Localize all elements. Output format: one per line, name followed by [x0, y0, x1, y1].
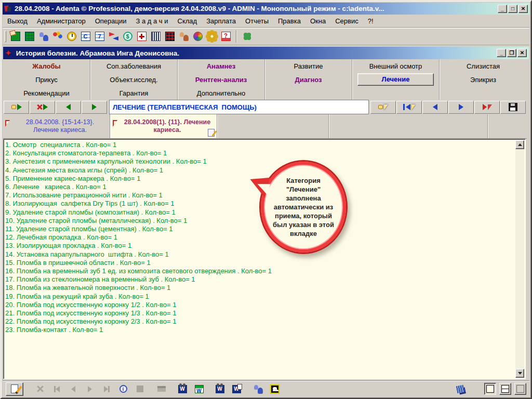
treatment-line: 22. Пломба под искусственную коронку 2/3… — [5, 317, 514, 326]
cash-window-icon[interactable] — [163, 30, 177, 44]
save-button[interactable] — [500, 101, 526, 114]
tab-slizistaya[interactable]: Слизистая — [440, 59, 527, 73]
patients-blue-icon[interactable] — [251, 382, 265, 396]
minimize-button[interactable]: _ — [498, 5, 507, 13]
treatment-content-area[interactable]: 1. Осмотр специалиста . Кол-во= 12. Конс… — [3, 139, 526, 379]
delete-record-button[interactable] — [30, 101, 55, 114]
tooth-icon[interactable] — [268, 382, 282, 396]
flag-icon — [113, 120, 118, 127]
toolbar-grip — [5, 31, 6, 42]
find-word-template-icon[interactable] — [212, 382, 227, 396]
select-visit-button[interactable] — [370, 101, 396, 114]
tab-empty — [440, 86, 527, 100]
menu-item[interactable]: Отчеты — [241, 16, 273, 26]
calendar-c-icon[interactable] — [78, 30, 92, 44]
tab-vneshniy-osmotr[interactable]: Внешний осмотр — [352, 59, 440, 73]
visit-tab-2-active[interactable]: 28.04.2008(1). {11}. Лечение кариеса. — [110, 114, 217, 138]
select-record-button[interactable] — [4, 101, 29, 114]
next-visit-button[interactable] — [448, 101, 474, 114]
menu-item[interactable]: Сервис — [330, 16, 363, 26]
word-page-icon[interactable] — [229, 382, 244, 396]
edit-record-icon[interactable] — [6, 382, 23, 396]
visit-tab-1[interactable]: 28.04.2008. {15-14-13}. Лечение кариеса. — [3, 114, 110, 138]
schedule-icon[interactable] — [22, 30, 36, 44]
holidays-icon[interactable] — [50, 30, 64, 44]
tab-obekt-issled[interactable]: Объект.исслед. — [90, 73, 178, 86]
tab-diagnoz[interactable]: Диагноз — [265, 73, 352, 86]
view-single-button[interactable] — [484, 383, 496, 395]
first-visit-button[interactable] — [396, 101, 422, 114]
scroll-down-button[interactable] — [515, 369, 524, 378]
help-mail-icon[interactable] — [219, 30, 233, 44]
patient-card-icon[interactable] — [8, 30, 22, 44]
tab-garantiya[interactable]: Гарантия — [90, 86, 178, 100]
lucky-clover-icon[interactable] — [240, 30, 254, 44]
child-minimize-button[interactable]: _ — [497, 49, 506, 57]
prev-record-green-button[interactable] — [56, 101, 81, 114]
menu-item[interactable]: Склад — [173, 16, 202, 26]
app-icon — [4, 5, 12, 13]
menu-item[interactable]: Окна — [305, 16, 330, 26]
palette-icon[interactable] — [191, 30, 205, 44]
scroll-up-button[interactable] — [515, 140, 524, 149]
staff-icon[interactable] — [177, 30, 191, 44]
record-nav-row: ЛЕЧЕНИЕ (ТЕРАПЕВТИЧЕСКАЯ ПОМОЩЬ) — [3, 100, 527, 114]
tab-rentgen-analiz[interactable]: Рентген-анализ — [178, 73, 265, 86]
word-export-icon[interactable] — [192, 382, 206, 396]
tab-lechenie-selected[interactable]: Лечение — [352, 73, 440, 86]
tab-prikus[interactable]: Прикус — [3, 73, 90, 86]
menu-item[interactable]: Правка — [273, 16, 305, 26]
child-restore-button[interactable]: ❐ — [507, 49, 516, 57]
treatment-line: 21. Пломба под искусственную коронку 1/3… — [5, 309, 514, 317]
prev-visit-button[interactable] — [422, 101, 448, 114]
find-word-icon[interactable] — [175, 382, 190, 396]
menu-item[interactable]: ?! — [363, 16, 378, 26]
menu-item[interactable]: З а д а ч и — [131, 16, 173, 26]
info-icon[interactable] — [116, 382, 130, 396]
treatment-line: 11. Удаление старой пломбы (цементная) .… — [5, 225, 514, 233]
next-record-green-button[interactable] — [82, 101, 107, 114]
menu-item[interactable]: Выход — [3, 16, 32, 26]
calendar-7-icon[interactable] — [92, 30, 107, 44]
menu-item[interactable]: Операции — [90, 16, 131, 26]
flag-icon — [5, 120, 10, 127]
patient-window-icon: ✦ — [5, 49, 11, 57]
patient-window-titlebar: ✦ История болезни. Абрамова Инга Деонисо… — [3, 47, 529, 59]
child-close-button[interactable]: ✕ — [517, 49, 527, 57]
payments-icon[interactable] — [121, 30, 135, 44]
app-titlebar: 28.04.2008 - Adenta © Professional, демо… — [3, 3, 529, 15]
patients-icon[interactable] — [36, 30, 50, 44]
view-split-button[interactable] — [499, 383, 511, 395]
vertical-scrollbar[interactable] — [515, 140, 524, 378]
tab-empty — [352, 86, 440, 100]
menu-item[interactable]: Администратор — [32, 16, 90, 26]
maximize-button[interactable]: □ — [508, 5, 517, 13]
tab-anamnez[interactable]: Анамнез — [178, 59, 265, 73]
tab-sop-zabolevaniya[interactable]: Соп.заболевания — [90, 59, 178, 73]
last-visit-button[interactable] — [474, 101, 500, 114]
treatment-line: 10. Удаление старой пломбы (металлическа… — [5, 217, 514, 225]
app-title: 28.04.2008 - Adenta © Professional, демо… — [12, 5, 497, 12]
first-aid-icon[interactable] — [135, 30, 149, 44]
close-button[interactable]: ✕ — [518, 5, 528, 13]
treatment-line: 1. Осмотр специалиста . Кол-во= 1 — [5, 141, 514, 149]
refresh-stack-icon[interactable] — [453, 382, 468, 396]
next-record-icon — [83, 382, 97, 396]
clock-icon[interactable] — [64, 30, 78, 44]
view-blank-button[interactable] — [514, 383, 526, 395]
menu-item[interactable]: Зарплата — [202, 16, 241, 26]
tab-epikriz[interactable]: Эпикриз — [440, 73, 527, 86]
tab-razvitie[interactable]: Развитие — [265, 59, 352, 73]
settings-gear-icon[interactable] — [205, 30, 219, 44]
tab-rekomendacii[interactable]: Рекомендации — [3, 86, 90, 100]
treatment-line: 4. Анестезия места вкола иглы (спрей) . … — [5, 166, 514, 175]
tab-dopolnitelno[interactable]: Дополнительно — [178, 86, 265, 100]
first-record-icon — [49, 382, 64, 396]
transfers-icon[interactable] — [107, 30, 121, 44]
section-title: ЛЕЧЕНИЕ (ТЕРАПЕВТИЧЕСКАЯ ПОМОЩЬ) — [109, 100, 369, 114]
bottom-toolbar — [3, 380, 529, 397]
treatment-line: 15. Пломба в пришеечной области . Кол-во… — [5, 259, 514, 267]
print-icon — [154, 382, 169, 396]
tab-zhaloby[interactable]: Жалобы — [3, 59, 90, 73]
barcode-icon[interactable] — [149, 30, 163, 44]
